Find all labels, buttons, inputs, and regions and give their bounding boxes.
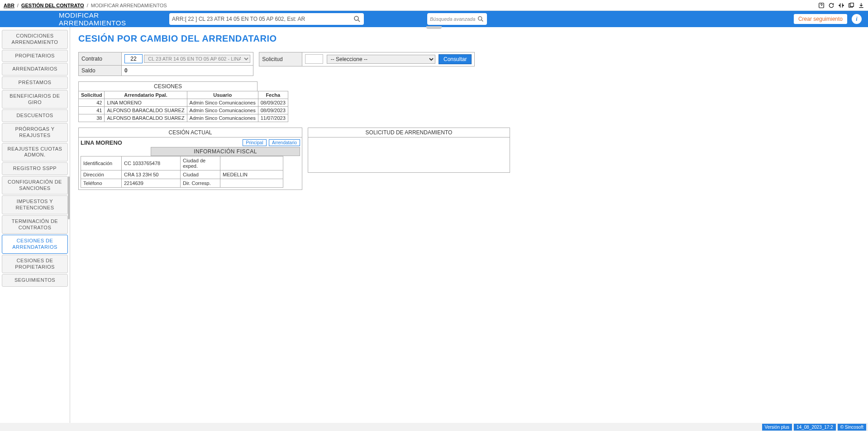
footer-version: Versión plus	[762, 424, 792, 431]
dir-value: CRA 13 23H 50	[122, 171, 181, 179]
contract-panel: Contrato CL 23 ATR 14 05 EN TO 05 AP 602…	[78, 52, 253, 76]
footer-build: 14_08_2023_17:2	[794, 424, 836, 431]
cesion-actual-body: LINA MORENO Principal Arrendatario INFOR…	[78, 137, 302, 190]
sidebar-item-1[interactable]: PROPIETARIOS	[2, 50, 68, 62]
solicitud-panel: Solicitud -- Seleccione -- Consultar	[259, 52, 475, 66]
search-icon	[477, 15, 484, 23]
corr-value	[220, 179, 283, 188]
svg-point-4	[478, 17, 482, 20]
ciudad-exp-label: Ciudad de exped.	[181, 156, 220, 171]
layout: CONDICIONES ARRENDAMIENTOPROPIETARIOSARR…	[0, 27, 868, 423]
breadcrumb: ABR / GESTIÓN DEL CONTRATO / MODIFICAR A…	[4, 3, 167, 8]
fiscal-table: Identificación CC 1033765478 Ciudad de e…	[81, 156, 283, 188]
cesiones-panel: CESIONES Solicitud Arrendatario Ppal. Us…	[78, 81, 288, 122]
sidebar: CONDICIONES ARRENDAMIENTOPROPIETARIOSARR…	[0, 27, 70, 423]
svg-rect-2	[850, 3, 854, 6]
svg-point-3	[354, 16, 358, 20]
page-title: CESIÓN POR CAMBIO DEL ARRENDATARIO	[78, 33, 860, 44]
sidebar-item-12[interactable]: CESIONES DE ARRENDATARIOS	[2, 235, 68, 254]
popout-icon[interactable]	[848, 2, 854, 9]
solicitud-arr-panel: SOLICITUD DE ARRENDAMIENTO	[308, 128, 510, 173]
consultar-button[interactable]: Consultar	[439, 54, 472, 64]
advanced-search[interactable]: Búsqueda avanzada	[427, 13, 487, 25]
detail-row: CESIÓN ACTUAL LINA MORENO Principal Arre…	[78, 128, 860, 190]
solicitud-input[interactable]	[305, 54, 323, 64]
search-box[interactable]	[169, 13, 364, 25]
reload-icon[interactable]	[828, 2, 835, 9]
solicitud-arr-body	[308, 137, 510, 173]
cell-fec: 11/07/2023	[258, 114, 288, 122]
create-followup-button[interactable]: Crear seguimiento	[794, 14, 847, 24]
search-input[interactable]	[172, 16, 353, 22]
tel-label: Teléfono	[81, 179, 122, 188]
cesiones-table: Solicitud Arrendatario Ppal. Usuario Fec…	[78, 91, 288, 122]
cesion-actual-title: CESIÓN ACTUAL	[78, 128, 302, 137]
col-arrendatario: Arrendatario Ppal.	[105, 91, 187, 99]
table-row[interactable]: 41ALFONSO BARACALDO SUAREZAdmin Sinco Co…	[79, 107, 288, 114]
sidebar-item-3[interactable]: PRÉSTAMOS	[2, 76, 68, 89]
banner-title: MODIFICAR ARRENDAMIENTOS	[6, 11, 151, 27]
info-icon[interactable]: i	[852, 14, 862, 24]
help-icon[interactable]	[818, 2, 825, 9]
table-row[interactable]: 38ALFONSO BARACALDO SUAREZAdmin Sinco Co…	[79, 114, 288, 122]
sidebar-item-6[interactable]: PRÓRROGAS Y REAJUSTES	[2, 123, 68, 142]
search-icon[interactable]	[353, 15, 361, 23]
banner-right: Crear seguimiento i	[794, 14, 862, 24]
contrato-label: Contrato	[79, 52, 122, 66]
sidebar-item-9[interactable]: CONFIGURACIÓN DE SANCIONES	[2, 176, 68, 195]
solicitud-select[interactable]: -- Seleccione --	[327, 55, 435, 64]
saldo-value: 0	[122, 66, 253, 76]
sidebar-item-13[interactable]: CESIONES DE PROPIETARIOS	[2, 255, 68, 274]
col-usuario: Usuario	[187, 91, 258, 99]
breadcrumb-sep: /	[17, 3, 19, 8]
split-icon[interactable]	[838, 2, 844, 9]
solicitud-arr-title: SOLICITUD DE ARRENDAMIENTO	[308, 128, 510, 137]
contrato-code-input[interactable]	[124, 54, 143, 63]
sidebar-item-0[interactable]: CONDICIONES ARRENDAMIENTO	[2, 30, 68, 49]
cesiones-title: CESIONES	[78, 81, 258, 91]
cell-usr: Admin Sinco Comunicaciones	[187, 114, 258, 122]
sidebar-item-4[interactable]: BENEFICIARIOS DE GIRO	[2, 90, 68, 109]
cell-sol: 38	[79, 114, 105, 122]
saldo-label: Saldo	[79, 66, 122, 76]
cell-arr: ALFONSO BARACALDO SUAREZ	[105, 107, 187, 114]
ciudad-value: MEDELLIN	[220, 171, 283, 179]
scrollbar-thumb[interactable]	[68, 176, 70, 219]
cesion-actual-panel: CESIÓN ACTUAL LINA MORENO Principal Arre…	[78, 128, 302, 190]
col-solicitud: Solicitud	[79, 91, 105, 99]
sidebar-item-5[interactable]: DESCUENTOS	[2, 109, 68, 122]
ident-value: CC 1033765478	[122, 156, 181, 171]
arrendatario-button[interactable]: Arrendatario	[269, 139, 300, 146]
sidebar-item-2[interactable]: ARRENDATARIOS	[2, 63, 68, 76]
sidebar-item-11[interactable]: TERMINACIÓN DE CONTRATOS	[2, 215, 68, 234]
ciudad-exp-value	[220, 156, 283, 171]
contrato-cell: CL 23 ATR 14 05 EN TO 05 AP 602 - LINA M…	[122, 52, 253, 66]
cell-fec: 08/09/2023	[258, 107, 288, 114]
download-icon[interactable]	[858, 2, 864, 9]
cesion-actual-header: LINA MORENO Principal Arrendatario	[81, 139, 300, 146]
sidebar-item-10[interactable]: IMPUESTOS Y RETENCIONES	[2, 195, 68, 214]
cell-sol: 41	[79, 107, 105, 114]
cell-sol: 42	[79, 99, 105, 107]
cell-arr: LINA MORENO	[105, 99, 187, 107]
solicitud-cell: -- Seleccione -- Consultar	[302, 52, 475, 66]
advanced-search-label: Búsqueda avanzada	[430, 16, 475, 22]
sidebar-item-7[interactable]: REAJUSTES CUOTAS ADMON.	[2, 143, 68, 162]
breadcrumb-sep: /	[87, 3, 88, 8]
cell-arr: ALFONSO BARACALDO SUAREZ	[105, 114, 187, 122]
sidebar-item-14[interactable]: SEGUIMIENTOS	[2, 274, 68, 287]
cell-usr: Admin Sinco Comunicaciones	[187, 107, 258, 114]
footer: Versión plus 14_08_2023_17:2 © Sincosoft	[0, 423, 868, 431]
table-row[interactable]: 42LINA MORENOAdmin Sinco Comunicaciones0…	[79, 99, 288, 107]
form-row: Contrato CL 23 ATR 14 05 EN TO 05 AP 602…	[78, 52, 860, 76]
cesion-actual-name: LINA MORENO	[81, 139, 238, 146]
tel-value: 2214639	[122, 179, 181, 188]
contrato-desc-select[interactable]: CL 23 ATR 14 05 EN TO 05 AP 602 - LINA M…	[144, 55, 250, 63]
sidebar-item-8[interactable]: REGISTRO SSPP	[2, 162, 68, 175]
breadcrumb-mid[interactable]: GESTIÓN DEL CONTRATO	[21, 3, 84, 8]
ident-label: Identificación	[81, 156, 122, 171]
principal-button[interactable]: Principal	[243, 139, 266, 146]
ciudad-label: Ciudad	[181, 171, 220, 179]
fiscal-title: INFORMACIÓN FISCAL	[151, 147, 300, 156]
breadcrumb-root[interactable]: ABR	[4, 3, 14, 8]
